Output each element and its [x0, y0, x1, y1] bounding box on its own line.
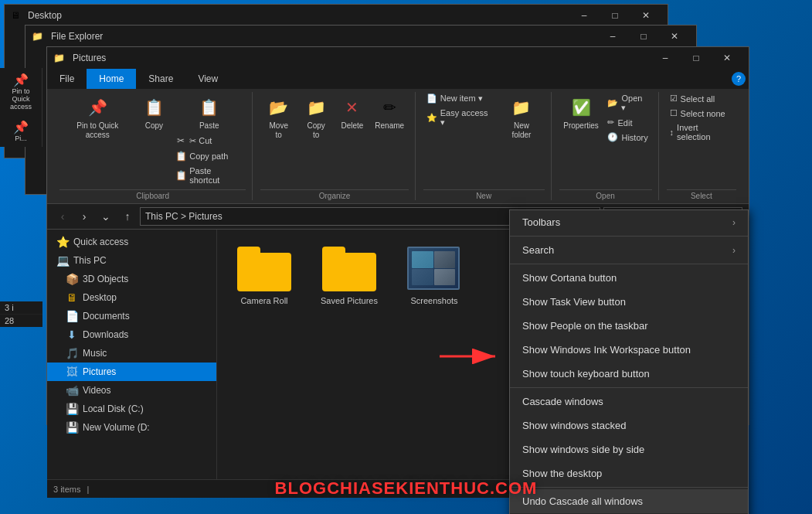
new-item-button[interactable]: 📄 New item ▾: [423, 92, 498, 105]
this-pc-label: This PC: [73, 255, 107, 266]
edit-button[interactable]: ✏ Edit: [604, 116, 651, 129]
clipboard-label: Clipboard: [59, 189, 246, 200]
pictures-maximize-button[interactable]: □: [681, 47, 712, 69]
context-menu-task-view[interactable]: Show Task View button: [510, 290, 748, 314]
easy-access-label: Easy access ▾: [440, 108, 494, 128]
context-menu-stacked[interactable]: Show windows stacked: [510, 414, 748, 437]
desktop-close-button[interactable]: ✕: [630, 5, 661, 26]
saved-pictures-folder-icon: [322, 247, 376, 291]
delete-button[interactable]: ✕ Delete: [335, 92, 369, 134]
cut-button[interactable]: ✂ ✂ Cut: [172, 134, 246, 148]
file-item-screenshots[interactable]: Screenshots: [399, 242, 469, 310]
context-menu-people[interactable]: Show People on the taskbar: [510, 314, 748, 338]
camera-roll-label: Camera Roll: [240, 296, 287, 305]
explorer-minimize-button[interactable]: –: [597, 26, 628, 47]
context-menu-search[interactable]: Search ›: [510, 238, 748, 262]
paste-shortcut-button[interactable]: 📋 Paste shortcut: [172, 165, 246, 186]
pictures-label: Pictures: [83, 366, 116, 377]
ss-cell-3: [412, 269, 433, 286]
watermark: BLOGCHIASEKIENTHUC.COM: [275, 478, 538, 499]
desktop-minimize-button[interactable]: –: [569, 5, 600, 26]
sidebar-item-music[interactable]: 🎵 Music: [47, 344, 216, 363]
desktop-maximize-button[interactable]: □: [600, 5, 630, 26]
tab-home[interactable]: Home: [87, 69, 136, 89]
navigation-sidebar: ⭐ Quick access 💻 This PC 📦 3D Objects 🖥 …: [47, 230, 217, 479]
context-menu-show-desktop[interactable]: Show the desktop: [510, 461, 748, 485]
tab-view[interactable]: View: [185, 69, 230, 89]
sidebar-item-pictures[interactable]: 🖼 Pictures: [47, 363, 216, 381]
forward-button[interactable]: ›: [75, 207, 93, 226]
pin2-btn[interactable]: 📌 Pi...: [0, 115, 42, 147]
explorer-maximize-button[interactable]: □: [628, 26, 659, 47]
screenshots-label: Screenshots: [410, 296, 457, 305]
invert-selection-button[interactable]: ↕ Invert selection: [667, 121, 736, 143]
move-to-icon: 📂: [267, 95, 291, 120]
context-menu-toolbars[interactable]: Toolbars ›: [510, 210, 748, 234]
new-item-label: New item ▾: [440, 94, 483, 104]
sidebar-item-quick-access[interactable]: ⭐ Quick access: [47, 233, 216, 251]
pin-quick-access-button[interactable]: 📌 Pin to Quick access: [59, 92, 136, 143]
history-button[interactable]: 🕐 History: [604, 131, 651, 144]
sidebar-item-downloads[interactable]: ⬇ Downloads: [47, 325, 216, 344]
sidebar-item-documents[interactable]: 📄 Documents: [47, 307, 216, 325]
rename-button[interactable]: ✏ Rename: [371, 92, 409, 134]
paste-button[interactable]: 📋 Paste: [172, 92, 246, 134]
context-menu-sep-3: [510, 387, 748, 388]
move-to-button[interactable]: 📂 Move to: [260, 92, 297, 143]
history-icon: 🕐: [607, 132, 618, 142]
sidebar-item-this-pc[interactable]: 💻 This PC: [47, 251, 216, 270]
help-button[interactable]: ?: [732, 72, 746, 86]
context-menu-cascade[interactable]: Cascade windows: [510, 390, 748, 414]
select-all-icon: ☑: [670, 94, 678, 104]
sidebar-item-local-disk[interactable]: 💾 Local Disk (C:): [47, 400, 216, 418]
new-folder-label: New folder: [503, 121, 539, 140]
sidebar-item-new-volume[interactable]: 💾 New Volume (D:: [47, 418, 216, 437]
open-label: Open: [559, 189, 652, 200]
pictures-close-button[interactable]: ✕: [712, 47, 742, 69]
left-number-2: 28: [0, 315, 42, 327]
easy-access-icon: ⭐: [426, 113, 437, 123]
context-menu-touch-keyboard[interactable]: Show touch keyboard button: [510, 362, 748, 386]
pictures-window-controls: – □ ✕: [650, 47, 742, 69]
copy-to-button[interactable]: 📁 Copy to: [298, 92, 334, 143]
context-menu-side-by-side[interactable]: Show windows side by side: [510, 437, 748, 461]
up-button[interactable]: ↑: [118, 207, 137, 226]
context-menu-ink[interactable]: Show Windows Ink Workspace button: [510, 338, 748, 362]
pin-to-quick-access-btn[interactable]: 📌 Pin to Quick access: [0, 68, 42, 115]
sidebar-item-desktop[interactable]: 🖥 Desktop: [47, 288, 216, 307]
explorer-close-button[interactable]: ✕: [659, 26, 690, 47]
screenshots-icon-inner: [407, 247, 460, 290]
select-label: Select: [667, 189, 736, 200]
open-button[interactable]: 📂 Open ▾: [604, 92, 651, 114]
tab-share[interactable]: Share: [136, 69, 185, 89]
sidebar-item-videos[interactable]: 📹 Videos: [47, 381, 216, 400]
properties-label: Properties: [563, 121, 599, 131]
ribbon-content: 📌 Pin to Quick access 📋 Copy 📋 Paste: [47, 89, 749, 203]
recent-locations-button[interactable]: ⌄: [97, 207, 115, 226]
quick-access-label: Quick access: [73, 237, 128, 247]
select-none-button[interactable]: ☐ Select none: [667, 107, 736, 120]
pictures-minimize-button[interactable]: –: [650, 47, 681, 69]
select-all-button[interactable]: ☑ Select all: [667, 92, 736, 105]
music-label: Music: [83, 348, 107, 359]
move-to-label: Move to: [265, 121, 292, 140]
context-menu-undo-cascade[interactable]: Undo Cascade all windows: [510, 489, 748, 513]
properties-button[interactable]: ✅ Properties: [559, 92, 603, 134]
file-item-saved-pictures[interactable]: Saved Pictures: [314, 242, 384, 310]
rename-icon: ✏: [377, 95, 402, 120]
copy-path-button[interactable]: 📋 Copy path: [172, 149, 246, 163]
new-folder-button[interactable]: 📁 New folder: [498, 92, 544, 143]
delete-icon: ✕: [340, 95, 365, 120]
copy-button[interactable]: 📋 Copy: [138, 92, 172, 134]
tab-file[interactable]: File: [47, 69, 87, 89]
paste-shortcut-label: Paste shortcut: [189, 166, 243, 185]
properties-icon: ✅: [569, 95, 593, 120]
back-button[interactable]: ‹: [53, 207, 72, 226]
new-item-icon: 📄: [426, 94, 437, 104]
context-menu-touch-keyboard-label: Show touch keyboard button: [522, 368, 650, 380]
easy-access-button[interactable]: ⭐ Easy access ▾: [423, 107, 498, 129]
file-item-camera-roll[interactable]: Camera Roll: [229, 242, 299, 310]
sidebar-item-3d-objects[interactable]: 📦 3D Objects: [47, 270, 216, 288]
context-menu-cortana[interactable]: Show Cortana button: [510, 266, 748, 290]
invert-selection-label: Invert selection: [677, 123, 733, 141]
